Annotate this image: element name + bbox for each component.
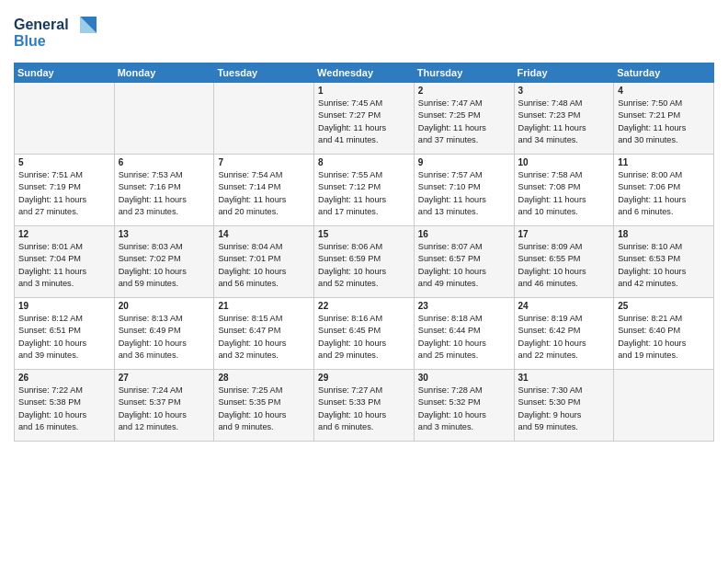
- sunrise: Sunrise: 7:51 AM: [18, 170, 83, 179]
- sunset: Sunset: 7:21 PM: [618, 110, 680, 120]
- svg-text:Blue: Blue: [14, 33, 46, 49]
- day-info: Sunrise: 8:01 AMSunset: 7:04 PMDaylight:…: [18, 241, 110, 290]
- day-number: 7: [218, 157, 310, 167]
- day-number: 25: [618, 301, 710, 311]
- day-info: Sunrise: 8:10 AMSunset: 6:53 PMDaylight:…: [618, 241, 710, 290]
- calendar-cell: 18Sunrise: 8:10 AMSunset: 6:53 PMDayligh…: [614, 226, 714, 298]
- calendar-cell: 27Sunrise: 7:24 AMSunset: 5:37 PMDayligh…: [114, 370, 214, 442]
- daylight-hours: Daylight: 11 hours: [418, 195, 486, 204]
- daylight-hours: and 37 minutes.: [418, 135, 478, 144]
- day-number: 19: [18, 301, 110, 311]
- sunset: Sunset: 6:55 PM: [518, 254, 581, 263]
- daylight-hours: and 19 minutes.: [618, 350, 677, 360]
- header: General Blue: [14, 9, 714, 55]
- calendar-cell: 10Sunrise: 7:58 AMSunset: 7:08 PMDayligh…: [514, 155, 614, 226]
- day-info: Sunrise: 8:13 AMSunset: 6:49 PMDaylight:…: [119, 313, 210, 362]
- day-info: Sunrise: 8:00 AMSunset: 7:06 PMDaylight:…: [618, 169, 710, 218]
- weekday-monday: Monday: [114, 63, 214, 83]
- calendar-cell: 20Sunrise: 8:13 AMSunset: 6:49 PMDayligh…: [114, 298, 214, 370]
- day-number: 24: [518, 301, 610, 311]
- sunrise: Sunrise: 8:06 AM: [318, 242, 382, 251]
- calendar-cell: 22Sunrise: 8:16 AMSunset: 6:45 PMDayligh…: [314, 298, 415, 370]
- daylight-hours: and 10 minutes.: [518, 207, 578, 216]
- sunset: Sunset: 7:04 PM: [18, 254, 81, 263]
- sunset: Sunset: 5:30 PM: [518, 397, 581, 407]
- day-number: 12: [18, 229, 110, 239]
- daylight-hours: Daylight: 10 hours: [618, 339, 686, 348]
- sunrise: Sunrise: 8:00 AM: [618, 170, 682, 179]
- sunset: Sunset: 7:12 PM: [318, 182, 381, 191]
- sunrise: Sunrise: 7:28 AM: [418, 385, 483, 395]
- sunrise: Sunrise: 7:24 AM: [119, 385, 183, 395]
- daylight-hours: and 59 minutes.: [518, 422, 578, 431]
- daylight-hours: Daylight: 11 hours: [618, 123, 686, 132]
- day-number: 20: [119, 301, 210, 311]
- daylight-hours: and 46 minutes.: [518, 279, 578, 288]
- day-info: Sunrise: 8:04 AMSunset: 7:01 PMDaylight:…: [218, 241, 310, 290]
- sunset: Sunset: 7:14 PM: [218, 182, 280, 191]
- daylight-hours: and 32 minutes.: [218, 350, 278, 360]
- logo: General Blue: [14, 13, 115, 55]
- day-number: 29: [318, 373, 410, 383]
- calendar-cell: 21Sunrise: 8:15 AMSunset: 6:47 PMDayligh…: [214, 298, 314, 370]
- sunset: Sunset: 7:25 PM: [418, 110, 481, 120]
- calendar-cell: [214, 83, 314, 155]
- sunset: Sunset: 6:49 PM: [119, 326, 181, 335]
- daylight-hours: and 27 minutes.: [18, 207, 78, 216]
- day-info: Sunrise: 7:47 AMSunset: 7:25 PMDaylight:…: [418, 98, 510, 146]
- daylight-hours: and 6 minutes.: [318, 422, 373, 431]
- calendar-cell: 1Sunrise: 7:45 AMSunset: 7:27 PMDaylight…: [314, 83, 415, 155]
- calendar-cell: 6Sunrise: 7:53 AMSunset: 7:16 PMDaylight…: [114, 155, 214, 226]
- day-info: Sunrise: 7:22 AMSunset: 5:38 PMDaylight:…: [18, 385, 110, 433]
- calendar-cell: 13Sunrise: 8:03 AMSunset: 7:02 PMDayligh…: [114, 226, 214, 298]
- day-info: Sunrise: 7:54 AMSunset: 7:14 PMDaylight:…: [218, 169, 310, 218]
- daylight-hours: Daylight: 10 hours: [119, 410, 187, 419]
- daylight-hours: Daylight: 10 hours: [18, 339, 86, 348]
- daylight-hours: Daylight: 10 hours: [218, 339, 286, 348]
- calendar-cell: 14Sunrise: 8:04 AMSunset: 7:01 PMDayligh…: [214, 226, 314, 298]
- daylight-hours: and 52 minutes.: [318, 279, 378, 288]
- sunset: Sunset: 5:33 PM: [318, 397, 381, 407]
- calendar-cell: 30Sunrise: 7:28 AMSunset: 5:32 PMDayligh…: [414, 370, 514, 442]
- weekday-tuesday: Tuesday: [214, 63, 314, 83]
- sunset: Sunset: 5:38 PM: [18, 397, 81, 407]
- calendar-cell: 5Sunrise: 7:51 AMSunset: 7:19 PMDaylight…: [15, 155, 115, 226]
- calendar-cell: [15, 83, 115, 155]
- day-info: Sunrise: 8:21 AMSunset: 6:40 PMDaylight:…: [618, 313, 710, 362]
- sunset: Sunset: 6:44 PM: [418, 326, 481, 335]
- sunrise: Sunrise: 8:19 AM: [518, 314, 583, 323]
- day-info: Sunrise: 7:48 AMSunset: 7:23 PMDaylight:…: [518, 98, 610, 146]
- daylight-hours: and 16 minutes.: [18, 422, 78, 431]
- daylight-hours: Daylight: 10 hours: [218, 410, 286, 419]
- day-info: Sunrise: 8:03 AMSunset: 7:02 PMDaylight:…: [119, 241, 210, 290]
- day-number: 17: [518, 229, 610, 239]
- daylight-hours: Daylight: 10 hours: [518, 267, 586, 276]
- daylight-hours: Daylight: 10 hours: [418, 410, 486, 419]
- day-info: Sunrise: 7:53 AMSunset: 7:16 PMDaylight:…: [119, 169, 210, 218]
- sunrise: Sunrise: 7:47 AM: [418, 98, 483, 108]
- daylight-hours: and 6 minutes.: [618, 207, 673, 216]
- day-number: 6: [119, 157, 210, 167]
- sunrise: Sunrise: 7:48 AM: [518, 98, 583, 108]
- logo-text: General Blue: [14, 13, 115, 55]
- sunrise: Sunrise: 8:16 AM: [318, 314, 382, 323]
- sunrise: Sunrise: 8:09 AM: [518, 242, 583, 251]
- day-info: Sunrise: 7:57 AMSunset: 7:10 PMDaylight:…: [418, 169, 510, 218]
- day-number: 2: [418, 86, 510, 96]
- day-info: Sunrise: 7:24 AMSunset: 5:37 PMDaylight:…: [119, 385, 210, 433]
- daylight-hours: Daylight: 10 hours: [618, 267, 686, 276]
- sunrise: Sunrise: 8:04 AM: [218, 242, 282, 251]
- sunrise: Sunrise: 7:58 AM: [518, 170, 583, 179]
- calendar-cell: 3Sunrise: 7:48 AMSunset: 7:23 PMDaylight…: [514, 83, 614, 155]
- day-number: 14: [218, 229, 310, 239]
- sunrise: Sunrise: 8:03 AM: [119, 242, 183, 251]
- daylight-hours: Daylight: 10 hours: [218, 267, 286, 276]
- sunrise: Sunrise: 7:27 AM: [318, 385, 382, 395]
- sunset: Sunset: 7:27 PM: [318, 110, 381, 120]
- day-number: 3: [518, 86, 610, 96]
- daylight-hours: Daylight: 11 hours: [119, 195, 187, 204]
- daylight-hours: and 36 minutes.: [119, 350, 178, 360]
- daylight-hours: Daylight: 11 hours: [318, 195, 386, 204]
- day-info: Sunrise: 8:19 AMSunset: 6:42 PMDaylight:…: [518, 313, 610, 362]
- daylight-hours: and 22 minutes.: [518, 350, 578, 360]
